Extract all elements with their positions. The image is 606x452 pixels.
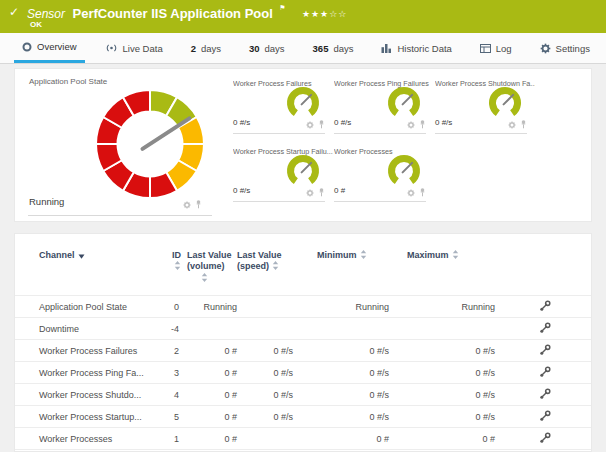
settings-gear-icon — [540, 43, 551, 54]
column-label-line2: (speed) — [237, 261, 269, 271]
channel-name: Downtime — [15, 318, 163, 340]
tab-label: Historic Data — [397, 43, 451, 54]
wrench-icon[interactable] — [539, 322, 551, 336]
column-header-lv_speed[interactable]: Last Value(speed) — [237, 246, 293, 296]
pin-icon[interactable] — [419, 120, 426, 129]
channel-lv_speed: 0 #/s — [237, 406, 293, 428]
column-header-min[interactable]: Minimum — [293, 246, 389, 296]
channel-name: Application Pool State — [15, 296, 163, 318]
channel-min: 0 #/s — [293, 384, 389, 406]
column-header-channel[interactable]: Channel — [15, 246, 163, 296]
channel-lv_volume — [187, 318, 237, 340]
gear-icon[interactable] — [407, 121, 415, 129]
pin-icon[interactable] — [520, 120, 527, 129]
tab-2-days[interactable]: 2days — [183, 33, 229, 63]
channel-id: 0 — [163, 296, 187, 318]
sort-icon — [360, 250, 367, 262]
wrench-icon[interactable] — [539, 388, 551, 402]
channel-max: 0 #/s — [389, 406, 495, 428]
column-label: Last Value — [237, 250, 282, 260]
channel-actions — [495, 362, 591, 384]
wrench-icon[interactable] — [539, 344, 551, 358]
column-header-id[interactable]: ID — [163, 246, 187, 296]
channel-lv_volume: Running — [187, 296, 237, 318]
channel-lv_speed — [237, 428, 293, 450]
gauge-value: 0 #/s — [233, 118, 250, 127]
channel-id: 4 — [163, 384, 187, 406]
divider — [334, 201, 426, 202]
tab-30-days[interactable]: 30days — [241, 33, 293, 63]
sensor-kind-label: Sensor — [27, 7, 65, 21]
wrench-icon[interactable] — [539, 410, 551, 424]
sort-icon — [452, 250, 459, 262]
sensor-header: ✓ Sensor PerfCounter IIS Application Poo… — [0, 0, 606, 33]
channel-max: 0 #/s — [389, 340, 495, 362]
gauge-tile: Worker Process Failures0 #/s — [233, 75, 325, 137]
channel-max: Running — [389, 296, 495, 318]
wrench-icon[interactable] — [539, 300, 551, 314]
channel-min: 0 # — [293, 428, 389, 450]
pin-icon[interactable] — [318, 188, 325, 197]
tab-historic-data[interactable]: Historic Data — [373, 33, 459, 63]
log-icon — [480, 44, 491, 53]
application-pool-state-gauge — [94, 88, 206, 200]
gear-icon[interactable] — [183, 201, 191, 209]
tab-range-number: 2 — [191, 43, 196, 54]
tab-settings[interactable]: Settings — [532, 33, 598, 63]
channel-max: 0 #/s — [389, 362, 495, 384]
pin-icon[interactable] — [419, 188, 426, 197]
channel-actions — [495, 318, 591, 340]
gauge-actions — [306, 188, 325, 197]
tab-365-days[interactable]: 365days — [305, 33, 362, 63]
gear-icon[interactable] — [306, 189, 314, 197]
pin-icon[interactable] — [195, 200, 202, 209]
gauge — [285, 85, 321, 121]
main-gauge-actions — [183, 200, 202, 209]
wrench-icon[interactable] — [539, 432, 551, 446]
tab-range-number: 30 — [249, 43, 260, 54]
gauge — [386, 153, 422, 189]
tab-overview[interactable]: Overview — [14, 33, 85, 63]
column-label: Last Value — [187, 250, 232, 260]
priority-stars[interactable]: ★★★☆☆ — [302, 9, 347, 19]
column-label-line2: (volume) — [187, 261, 225, 271]
gear-icon[interactable] — [407, 189, 415, 197]
main-gauge-title: Application Pool State — [29, 77, 107, 86]
channel-id: 1 — [163, 428, 187, 450]
channel-lv_speed: 0 #/s — [237, 340, 293, 362]
overview-icon — [22, 42, 32, 52]
channel-name: Worker Process Failures — [15, 340, 163, 362]
table-row: Application Pool State0RunningRunningRun… — [15, 296, 591, 318]
channel-id: 5 — [163, 406, 187, 428]
channel-lv_speed — [237, 318, 293, 340]
column-header-lv_volume[interactable]: Last Value(volume) — [187, 246, 237, 296]
priority-flag-icon[interactable]: ⚑ — [279, 4, 285, 11]
channel-actions — [495, 406, 591, 428]
sort-icon — [272, 261, 279, 273]
channel-lv_speed: 0 #/s — [237, 384, 293, 406]
gauge — [285, 153, 321, 189]
gauge-value: 0 # — [334, 186, 345, 195]
tab-live-data[interactable]: Live Data — [97, 33, 171, 63]
gauge-actions — [407, 120, 426, 129]
channel-lv_volume: 0 # — [187, 340, 237, 362]
divider — [233, 201, 325, 202]
table-header-row: ChannelIDLast Value(volume)Last Value(sp… — [15, 246, 591, 296]
tab-label: Log — [496, 43, 512, 54]
pin-icon[interactable] — [318, 120, 325, 129]
tab-bar: OverviewLive Data2days30days365daysHisto… — [0, 33, 606, 64]
gauge-actions — [407, 188, 426, 197]
channel-min: Running — [293, 296, 389, 318]
gauge — [487, 85, 523, 121]
divider — [435, 133, 527, 134]
column-label: Minimum — [317, 250, 357, 260]
channel-lv_volume: 0 # — [187, 362, 237, 384]
column-label: Maximum — [407, 250, 449, 260]
channel-lv_speed: 0 #/s — [237, 362, 293, 384]
wrench-icon[interactable] — [539, 366, 551, 380]
tab-log[interactable]: Log — [472, 33, 520, 63]
gear-icon[interactable] — [306, 121, 314, 129]
column-header-max[interactable]: Maximum — [389, 246, 495, 296]
channels-panel: ChannelIDLast Value(volume)Last Value(sp… — [14, 233, 592, 452]
gear-icon[interactable] — [508, 121, 516, 129]
